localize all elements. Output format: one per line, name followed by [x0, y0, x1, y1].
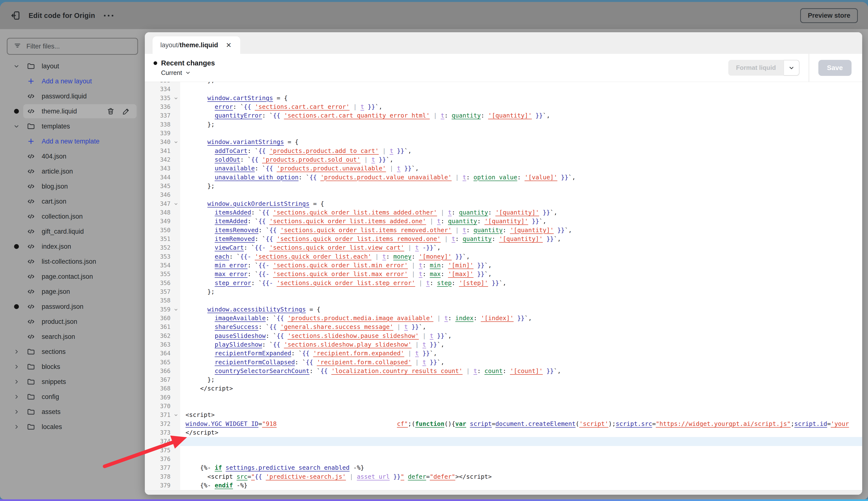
code-line-356[interactable]: 356 step_error: `{{- 'sections.quick_ord…	[145, 279, 862, 287]
sidebar-item-add-a-new-layout[interactable]: Add a new layout	[10, 74, 142, 89]
code-line-content[interactable]: </script>	[180, 384, 862, 393]
code-line-368[interactable]: 368 </script>	[145, 384, 862, 393]
format-liquid-button[interactable]: Format liquid	[728, 60, 784, 76]
chevron-right-icon[interactable]	[13, 409, 20, 415]
code-line-content[interactable]: min_error: `{{- 'sections.quick_order_li…	[180, 261, 862, 270]
sidebar-item-theme-liquid[interactable]: theme.liquid	[10, 104, 142, 119]
code-line-content[interactable]: <script>	[180, 411, 862, 419]
line-number[interactable]: 354	[145, 261, 180, 270]
code-line-content[interactable]: itemsAdded: `{{ 'sections.quick_order_li…	[180, 208, 862, 217]
line-number[interactable]: 360	[145, 314, 180, 323]
code-line-content[interactable]: shareSuccess: `{{ 'general.share.success…	[180, 323, 862, 331]
code-line-content[interactable]: {%- endif -%}	[180, 481, 862, 490]
line-number[interactable]: 352	[145, 243, 180, 252]
line-number[interactable]: 358	[145, 296, 180, 305]
horizontal-scrollbar[interactable]	[145, 490, 862, 495]
line-number[interactable]: 351	[145, 235, 180, 243]
line-number[interactable]: 347	[145, 200, 180, 208]
line-number[interactable]: 370	[145, 402, 180, 411]
code-line-content[interactable]: addToCart: `{{ 'products.product.add_to_…	[180, 147, 862, 156]
code-line-content[interactable]	[180, 85, 862, 94]
code-line-376[interactable]: 376	[145, 455, 862, 463]
sidebar-item-index-json[interactable]: index.json	[10, 239, 142, 254]
code-line-333[interactable]: 333 };	[145, 82, 862, 85]
sidebar-item-layout[interactable]: layout	[10, 58, 142, 74]
line-number[interactable]: 369	[145, 393, 180, 402]
line-number[interactable]: 359	[145, 305, 180, 314]
sidebar-item-blocks[interactable]: blocks	[10, 359, 142, 374]
sidebar-item-page-contact-json[interactable]: page.contact.json	[10, 269, 142, 284]
code-line-364[interactable]: 364 recipientFormExpanded: `{{ 'recipien…	[145, 349, 862, 358]
code-line-content[interactable]: countrySelectorSearchCount: `{{ 'localiz…	[180, 367, 862, 375]
code-line-343[interactable]: 343 unavailable: `{{ 'products.product.u…	[145, 164, 862, 173]
code-line-content[interactable]: recipientFormCollapsed: `{{ 'recipient.f…	[180, 358, 862, 367]
line-number[interactable]: 335	[145, 94, 180, 103]
code-line-content[interactable]: window.YGC_WIDGET_ID="918 cf";(function(…	[180, 419, 862, 428]
code-line-369[interactable]: 369	[145, 393, 862, 402]
sidebar-item-config[interactable]: config	[10, 389, 142, 404]
code-line-content[interactable]: window.cartStrings = {	[180, 94, 862, 103]
line-number[interactable]: 362	[145, 332, 180, 340]
code-line-content[interactable]	[180, 296, 862, 305]
sidebar-item-collection-json[interactable]: collection.json	[10, 209, 142, 224]
code-line-content[interactable]: viewCart: `{{- 'sections.quick_order_lis…	[180, 243, 862, 252]
line-number[interactable]: 361	[145, 323, 180, 331]
line-number[interactable]: 341	[145, 147, 180, 156]
code-line-content[interactable]: window.variantStrings = {	[180, 138, 862, 146]
code-line-content[interactable]	[180, 393, 862, 402]
code-line-359[interactable]: 359 window.accessibilityStrings = {	[145, 305, 862, 314]
code-line-content[interactable]: };	[180, 82, 862, 85]
code-line-340[interactable]: 340 window.variantStrings = {	[145, 138, 862, 146]
line-number[interactable]: 344	[145, 173, 180, 182]
line-number[interactable]: 377	[145, 463, 180, 472]
code-line-335[interactable]: 335 window.cartStrings = {	[145, 94, 862, 103]
code-line-content[interactable]	[180, 446, 862, 455]
line-number[interactable]: 345	[145, 182, 180, 191]
code-line-347[interactable]: 347 window.quickOrderListStrings = {	[145, 200, 862, 208]
code-line-content[interactable]: playSlideshow: `{{ 'sections.slideshow.p…	[180, 340, 862, 349]
code-line-353[interactable]: 353 each: `{{- 'sections.quick_order_lis…	[145, 252, 862, 261]
code-line-content[interactable]: unavailable: `{{ 'products.product.unava…	[180, 164, 862, 173]
line-number[interactable]: 363	[145, 340, 180, 349]
code-line-content[interactable]: error: `{{ 'sections.cart.cart_error' | …	[180, 103, 862, 111]
code-line-content[interactable]	[180, 129, 862, 138]
sidebar-item-sections[interactable]: sections	[10, 344, 142, 359]
chevron-down-icon[interactable]	[13, 123, 20, 129]
fold-chevron-icon[interactable]	[174, 413, 178, 417]
line-number[interactable]: 364	[145, 349, 180, 358]
save-button[interactable]: Save	[818, 60, 851, 76]
code-line-338[interactable]: 338 };	[145, 120, 862, 129]
sidebar-item-assets[interactable]: assets	[10, 404, 142, 419]
line-number[interactable]: 375	[145, 446, 180, 455]
version-dropdown[interactable]: Current	[161, 69, 215, 77]
line-number[interactable]: 355	[145, 270, 180, 278]
code-line-373[interactable]: 373</script>	[145, 428, 862, 437]
sidebar-item-page-json[interactable]: page.json	[10, 284, 142, 299]
code-line-350[interactable]: 350 itemsRemoved: `{{ 'sections.quick_or…	[145, 226, 862, 235]
line-number[interactable]: 337	[145, 111, 180, 120]
code-line-370[interactable]: 370	[145, 402, 862, 411]
code-line-342[interactable]: 342 soldOut: `{{ 'products.product.sold_…	[145, 156, 862, 164]
line-number[interactable]: 376	[145, 455, 180, 463]
pencil-icon[interactable]	[122, 107, 130, 115]
code-area[interactable]: 333 };334335 window.cartStrings = {336 e…	[145, 82, 862, 490]
code-line-content[interactable]: itemsRemoved: `{{ 'sections.quick_order_…	[180, 226, 862, 235]
chevron-right-icon[interactable]	[13, 349, 20, 355]
line-number[interactable]: 367	[145, 375, 180, 384]
code-line-344[interactable]: 344 unavailable_with_option: `{{ 'produc…	[145, 173, 862, 182]
trash-icon[interactable]	[107, 107, 115, 115]
code-line-379[interactable]: 379 {%- endif -%}	[145, 481, 862, 490]
code-line-346[interactable]: 346	[145, 191, 862, 199]
sidebar-item-locales[interactable]: locales	[10, 419, 142, 434]
code-line-348[interactable]: 348 itemsAdded: `{{ 'sections.quick_orde…	[145, 208, 862, 217]
code-line-362[interactable]: 362 pauseSlideshow: `{{ 'sections.slides…	[145, 332, 862, 340]
code-line-content[interactable]: itemRemoved: `{{ 'sections.quick_order_l…	[180, 235, 862, 243]
chevron-right-icon[interactable]	[13, 379, 20, 385]
code-line-358[interactable]: 358	[145, 296, 862, 305]
sidebar-item-cart-json[interactable]: cart.json	[10, 194, 142, 209]
line-number[interactable]: 353	[145, 252, 180, 261]
code-line-content[interactable]: <script src="{{ 'predictive-search.js' |…	[180, 472, 862, 481]
code-line-336[interactable]: 336 error: `{{ 'sections.cart.cart_error…	[145, 103, 862, 111]
code-line-377[interactable]: 377 {%- if settings.predictive_search_en…	[145, 463, 862, 472]
line-number[interactable]: 350	[145, 226, 180, 235]
